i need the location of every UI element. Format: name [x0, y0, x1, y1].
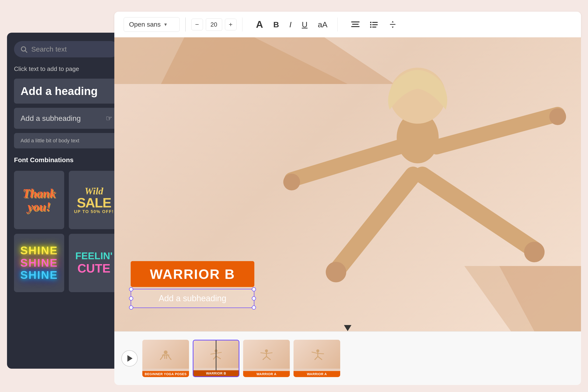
handle-middle-right[interactable] — [252, 296, 256, 300]
yoga-figure-svg — [254, 37, 581, 331]
click-hint: Click text to add to page — [14, 65, 119, 72]
font-size-control: − + — [191, 18, 236, 31]
align-button[interactable] — [347, 19, 364, 30]
svg-point-14 — [283, 174, 300, 190]
film-thumb-2[interactable]: WARRIOR B — [193, 340, 240, 377]
svg-rect-4 — [351, 26, 360, 27]
font-size-decrease-button[interactable]: − — [191, 19, 203, 30]
svg-point-7 — [370, 24, 372, 26]
font-name-label: Open sans — [129, 21, 160, 28]
thumb-bg-1 — [142, 340, 189, 369]
canvas-image: WARRIOR B Add a subheading — [114, 37, 581, 331]
handle-top-right[interactable] — [252, 287, 256, 292]
align-icon — [351, 21, 360, 28]
svg-rect-11 — [390, 24, 396, 25]
wild-sale-container: Wild SALE UP TO 50% OFF! — [74, 186, 114, 214]
font-size-large-button[interactable]: A — [252, 16, 267, 32]
thumb-yoga-4 — [308, 348, 326, 360]
font-card-wild-sale[interactable]: Wild SALE UP TO 50% OFF! — [69, 171, 119, 229]
search-input[interactable] — [31, 45, 113, 53]
svg-point-5 — [370, 22, 372, 23]
bold-button[interactable]: B — [269, 18, 283, 32]
thumb-label-3: WARRIOR A — [243, 371, 290, 377]
yoga-image — [254, 37, 581, 331]
text-format-group: A B I U aA — [252, 16, 332, 32]
alignment-group — [347, 18, 401, 31]
film-thumb-1[interactable]: BEGINNER YOGA POSES — [142, 340, 189, 377]
spacing-icon — [388, 20, 397, 29]
add-subheading-button[interactable]: Add a subheading ☞ — [14, 108, 119, 129]
svg-point-16 — [326, 262, 346, 282]
font-card-feelin-cute[interactable]: FEELIN' CUTE — [69, 234, 119, 292]
underline-button[interactable]: U — [298, 18, 312, 32]
thumb-label-1: BEGINNER YOGA POSES — [142, 371, 189, 377]
thumb-bg-4 — [294, 340, 340, 369]
search-icon — [20, 46, 28, 53]
list-button[interactable] — [366, 19, 382, 30]
svg-rect-2 — [351, 22, 360, 22]
add-body-text-button[interactable]: Add a little bit of body text — [14, 133, 119, 148]
svg-rect-8 — [372, 24, 378, 25]
font-combinations-title: Font Combinations — [14, 156, 119, 164]
handle-top-left[interactable] — [129, 287, 133, 292]
toolbar-divider-2 — [242, 18, 243, 32]
subheading-text: Add a subheading — [140, 294, 244, 303]
film-thumb-3[interactable]: WARRIOR A — [243, 340, 290, 377]
play-icon — [128, 355, 132, 362]
canvas-text-block: WARRIOR B Add a subheading — [131, 261, 254, 308]
warrior-title[interactable]: WARRIOR B — [140, 266, 245, 282]
svg-point-17 — [524, 242, 544, 262]
warrior-bg: WARRIOR B — [131, 261, 254, 287]
top-toolbar: Open sans ▾ − + A B I U aA — [114, 12, 581, 37]
film-thumbs: BEGINNER YOGA POSES WARRIOR B — [142, 340, 574, 377]
left-panel: Click text to add to page Add a heading … — [7, 33, 126, 369]
thumb-label-4: WARRIOR A — [294, 371, 340, 377]
svg-point-9 — [370, 26, 372, 28]
font-selector[interactable]: Open sans ▾ — [124, 17, 180, 32]
font-size-input[interactable] — [206, 18, 222, 31]
thank-you-text: Thankyou! — [23, 187, 56, 213]
handle-bottom-right[interactable] — [252, 306, 256, 310]
list-icon — [370, 21, 378, 28]
cursor-icon: ☞ — [106, 114, 112, 123]
font-card-shine[interactable]: SHINE SHINE SHINE — [14, 234, 64, 292]
handle-middle-left[interactable] — [129, 296, 133, 300]
add-heading-button[interactable]: Add a heading — [14, 79, 119, 104]
svg-point-21 — [316, 349, 320, 352]
case-button[interactable]: aA — [314, 18, 332, 32]
search-bar[interactable] — [14, 41, 119, 58]
canvas-area: WARRIOR B Add a subheading — [114, 37, 581, 331]
svg-rect-10 — [372, 26, 376, 28]
film-thumb-4[interactable]: WARRIOR A — [294, 340, 340, 377]
svg-rect-6 — [372, 22, 378, 23]
italic-button[interactable]: I — [285, 18, 296, 32]
font-size-increase-button[interactable]: + — [225, 19, 236, 30]
thumb-yoga-1 — [156, 348, 175, 360]
thumb-label-2: WARRIOR B — [194, 370, 239, 376]
feelin-container: FEELIN' CUTE — [75, 250, 112, 275]
thumb-bg-2 — [194, 340, 239, 368]
subheading-selected-block[interactable]: Add a subheading — [131, 289, 254, 308]
filmstrip: BEGINNER YOGA POSES WARRIOR B — [114, 331, 581, 385]
thumb-bg-3 — [243, 340, 290, 369]
svg-point-15 — [549, 108, 566, 125]
font-card-thank-you[interactable]: Thankyou! — [14, 171, 64, 229]
shine-container: SHINE SHINE SHINE — [20, 244, 58, 282]
font-dropdown-icon: ▾ — [164, 22, 167, 28]
toolbar-divider-1 — [185, 18, 186, 32]
handle-bottom-left[interactable] — [129, 306, 133, 310]
play-button[interactable] — [121, 350, 138, 366]
font-grid: Thankyou! Wild SALE UP TO 50% OFF! SHINE… — [14, 171, 119, 292]
svg-point-20 — [265, 349, 268, 352]
svg-line-1 — [25, 51, 27, 52]
svg-point-18 — [164, 350, 168, 354]
toolbar-divider-3 — [338, 18, 338, 32]
thumb-yoga-3 — [257, 348, 276, 360]
timeline-pointer — [344, 325, 352, 331]
spacing-button[interactable] — [384, 18, 401, 31]
svg-rect-3 — [352, 24, 359, 25]
